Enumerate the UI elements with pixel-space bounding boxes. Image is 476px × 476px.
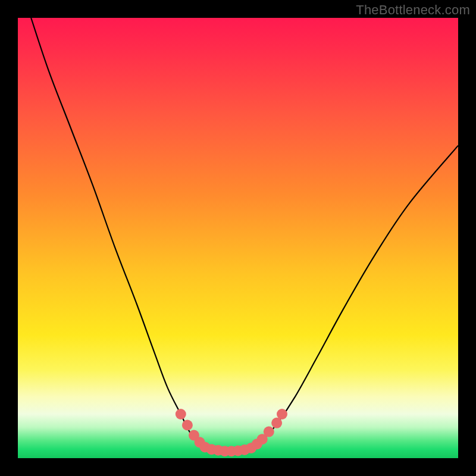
chart-frame: TheBottleneck.com (0, 0, 476, 476)
valley-marker (277, 409, 287, 419)
bottleneck-curve (18, 18, 458, 458)
valley-marker (176, 409, 186, 419)
valley-marker (264, 427, 274, 437)
valley-marker (182, 420, 193, 431)
plot-area (18, 18, 458, 458)
marker-layer (176, 409, 287, 456)
curve-path (31, 18, 458, 451)
watermark-text: TheBottleneck.com (356, 2, 470, 18)
